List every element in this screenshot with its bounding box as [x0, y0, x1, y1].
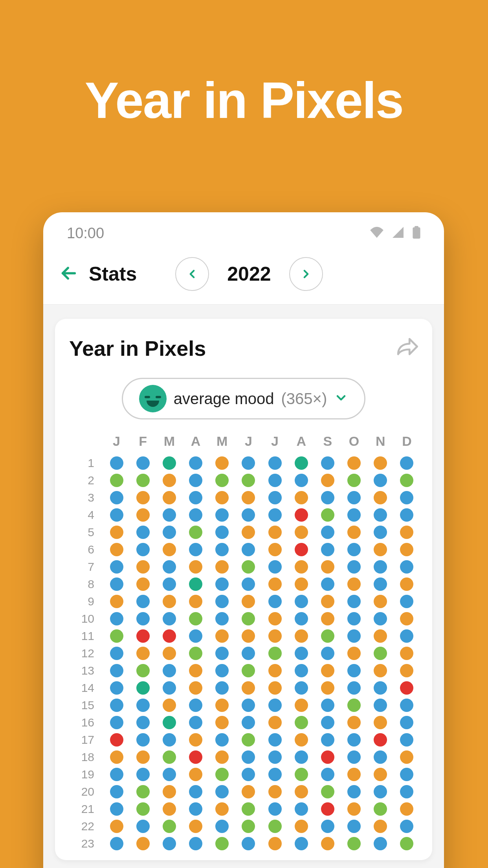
mood-selector[interactable]: average mood (365×): [122, 378, 365, 419]
mood-pixel[interactable]: [321, 474, 334, 487]
mood-pixel[interactable]: [374, 716, 387, 729]
mood-pixel[interactable]: [321, 681, 334, 695]
mood-pixel[interactable]: [321, 837, 334, 850]
mood-pixel[interactable]: [321, 595, 334, 608]
mood-pixel[interactable]: [374, 526, 387, 539]
mood-pixel[interactable]: [400, 595, 413, 608]
mood-pixel[interactable]: [242, 716, 255, 729]
mood-pixel[interactable]: [163, 456, 176, 470]
mood-pixel[interactable]: [400, 526, 413, 539]
mood-pixel[interactable]: [374, 543, 387, 556]
mood-pixel[interactable]: [321, 612, 334, 625]
mood-pixel[interactable]: [374, 595, 387, 608]
mood-pixel[interactable]: [295, 733, 308, 747]
mood-pixel[interactable]: [215, 664, 229, 677]
mood-pixel[interactable]: [268, 474, 282, 487]
mood-pixel[interactable]: [189, 629, 202, 643]
mood-pixel[interactable]: [347, 785, 361, 798]
mood-pixel[interactable]: [110, 508, 123, 522]
mood-pixel[interactable]: [347, 802, 361, 816]
mood-pixel[interactable]: [136, 768, 150, 781]
mood-pixel[interactable]: [136, 647, 150, 660]
mood-pixel[interactable]: [215, 526, 229, 539]
mood-pixel[interactable]: [189, 681, 202, 695]
mood-pixel[interactable]: [163, 802, 176, 816]
mood-pixel[interactable]: [268, 595, 282, 608]
mood-pixel[interactable]: [136, 595, 150, 608]
mood-pixel[interactable]: [189, 577, 202, 591]
mood-pixel[interactable]: [189, 716, 202, 729]
mood-pixel[interactable]: [215, 802, 229, 816]
mood-pixel[interactable]: [400, 733, 413, 747]
mood-pixel[interactable]: [321, 526, 334, 539]
mood-pixel[interactable]: [136, 577, 150, 591]
mood-pixel[interactable]: [268, 560, 282, 574]
mood-pixel[interactable]: [215, 820, 229, 833]
mood-pixel[interactable]: [242, 785, 255, 798]
mood-pixel[interactable]: [268, 612, 282, 625]
mood-pixel[interactable]: [163, 716, 176, 729]
mood-pixel[interactable]: [163, 647, 176, 660]
mood-pixel[interactable]: [189, 750, 202, 764]
mood-pixel[interactable]: [374, 491, 387, 504]
mood-pixel[interactable]: [136, 491, 150, 504]
mood-pixel[interactable]: [242, 526, 255, 539]
mood-pixel[interactable]: [268, 664, 282, 677]
mood-pixel[interactable]: [136, 612, 150, 625]
mood-pixel[interactable]: [163, 543, 176, 556]
mood-pixel[interactable]: [242, 681, 255, 695]
mood-pixel[interactable]: [189, 820, 202, 833]
mood-pixel[interactable]: [215, 612, 229, 625]
mood-pixel[interactable]: [295, 768, 308, 781]
mood-pixel[interactable]: [110, 820, 123, 833]
mood-pixel[interactable]: [163, 474, 176, 487]
mood-pixel[interactable]: [136, 474, 150, 487]
mood-pixel[interactable]: [295, 664, 308, 677]
mood-pixel[interactable]: [136, 785, 150, 798]
mood-pixel[interactable]: [347, 595, 361, 608]
next-year-button[interactable]: [289, 257, 323, 291]
mood-pixel[interactable]: [321, 456, 334, 470]
mood-pixel[interactable]: [163, 612, 176, 625]
mood-pixel[interactable]: [374, 647, 387, 660]
mood-pixel[interactable]: [215, 785, 229, 798]
mood-pixel[interactable]: [347, 768, 361, 781]
mood-pixel[interactable]: [321, 768, 334, 781]
mood-pixel[interactable]: [295, 681, 308, 695]
mood-pixel[interactable]: [347, 508, 361, 522]
mood-pixel[interactable]: [321, 491, 334, 504]
mood-pixel[interactable]: [136, 629, 150, 643]
mood-pixel[interactable]: [163, 508, 176, 522]
mood-pixel[interactable]: [110, 699, 123, 712]
mood-pixel[interactable]: [110, 647, 123, 660]
mood-pixel[interactable]: [268, 629, 282, 643]
mood-pixel[interactable]: [400, 508, 413, 522]
mood-pixel[interactable]: [347, 526, 361, 539]
mood-pixel[interactable]: [268, 716, 282, 729]
mood-pixel[interactable]: [295, 577, 308, 591]
mood-pixel[interactable]: [189, 802, 202, 816]
mood-pixel[interactable]: [110, 768, 123, 781]
mood-pixel[interactable]: [268, 577, 282, 591]
mood-pixel[interactable]: [347, 543, 361, 556]
mood-pixel[interactable]: [347, 837, 361, 850]
mood-pixel[interactable]: [268, 456, 282, 470]
mood-pixel[interactable]: [374, 577, 387, 591]
mood-pixel[interactable]: [268, 802, 282, 816]
mood-pixel[interactable]: [400, 768, 413, 781]
mood-pixel[interactable]: [110, 577, 123, 591]
mood-pixel[interactable]: [321, 647, 334, 660]
mood-pixel[interactable]: [242, 802, 255, 816]
mood-pixel[interactable]: [163, 629, 176, 643]
mood-pixel[interactable]: [163, 699, 176, 712]
mood-pixel[interactable]: [189, 612, 202, 625]
mood-pixel[interactable]: [347, 612, 361, 625]
mood-pixel[interactable]: [163, 750, 176, 764]
mood-pixel[interactable]: [374, 681, 387, 695]
mood-pixel[interactable]: [268, 768, 282, 781]
mood-pixel[interactable]: [215, 681, 229, 695]
mood-pixel[interactable]: [242, 647, 255, 660]
mood-pixel[interactable]: [321, 508, 334, 522]
mood-pixel[interactable]: [374, 820, 387, 833]
mood-pixel[interactable]: [189, 474, 202, 487]
